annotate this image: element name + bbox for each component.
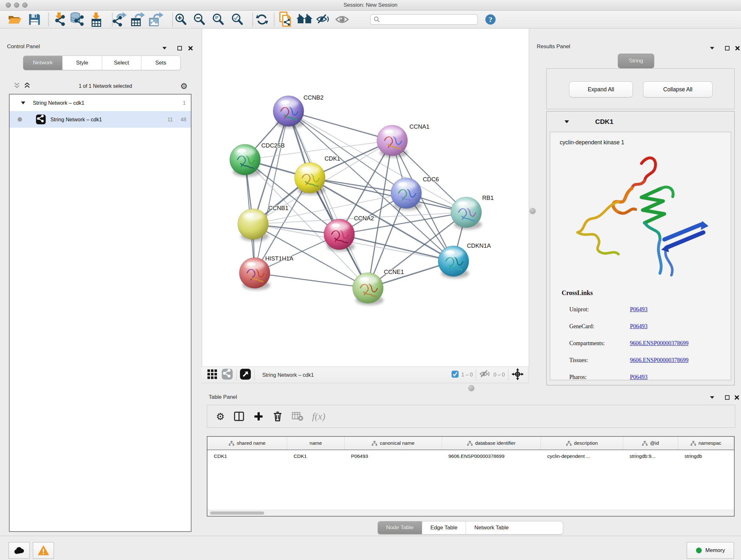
network-node-cdkn1a[interactable] — [438, 246, 469, 278]
network-edge[interactable] — [255, 111, 288, 273]
node-table[interactable]: shared namenamecanonical namedatabase id… — [207, 436, 735, 516]
network-options-gear-icon[interactable]: ⚙ — [180, 81, 188, 91]
crosslink-link[interactable]: 9606.ENSP00000378699 — [630, 340, 689, 347]
crosslink-link[interactable]: 9606.ENSP00000378699 — [630, 357, 689, 364]
first-neighbors-button[interactable] — [296, 13, 313, 26]
panel-menu-button[interactable] — [708, 44, 716, 52]
export-table-button[interactable] — [130, 12, 145, 27]
crosslink-link[interactable]: P06493 — [630, 306, 648, 313]
network-node-ccne1[interactable] — [353, 273, 384, 305]
help-button[interactable]: ? — [484, 13, 496, 25]
crosslink-link[interactable]: P06493 — [630, 323, 648, 330]
memory-status-button[interactable]: Memory — [687, 542, 734, 559]
tab-edge-table[interactable]: Edge Table — [422, 521, 466, 534]
horizontal-splitter-handle[interactable] — [468, 385, 475, 391]
column-header-shared-name[interactable]: shared name — [207, 437, 287, 449]
search-input[interactable] — [382, 17, 477, 23]
column-header-database-identifier[interactable]: database identifier — [442, 437, 541, 449]
network-node-ccnb2[interactable] — [273, 96, 304, 128]
network-node-ccna1[interactable] — [377, 125, 408, 158]
panel-menu-button[interactable] — [160, 44, 169, 52]
function-builder-button[interactable]: f(x) — [312, 411, 326, 422]
table-cell[interactable]: 9606.ENSP00000378699 — [442, 453, 541, 459]
selected-checkbox[interactable] — [451, 370, 459, 379]
column-header-canonical-name[interactable]: canonical name — [345, 437, 442, 449]
collapse-all-networks-button[interactable] — [13, 82, 20, 90]
network-edge[interactable] — [339, 234, 454, 261]
hide-graphics-details-button[interactable]: #toolbar .slash{stroke:#7fa8c6;fill:none… — [316, 13, 330, 25]
show-graphics-details-button[interactable] — [335, 14, 349, 25]
column-header-namespac[interactable]: namespac — [678, 437, 734, 449]
column-header-name[interactable]: name — [287, 437, 345, 449]
table-row[interactable]: CDK1CDK1P064939606.ENSP00000378699cyclin… — [207, 450, 734, 462]
panel-float-button[interactable] — [723, 44, 731, 52]
hidden-elements-button[interactable] — [479, 369, 491, 380]
network-edge[interactable] — [288, 111, 466, 212]
network-edge[interactable] — [255, 273, 368, 288]
panel-close-button[interactable] — [186, 44, 195, 52]
panel-close-button[interactable] — [733, 393, 741, 401]
expand-all-button[interactable]: Expand All — [569, 81, 633, 98]
table-cell[interactable]: P06493 — [345, 453, 442, 459]
column-header--id[interactable]: @id — [623, 437, 678, 449]
create-column-button[interactable] — [253, 411, 264, 422]
network-badge-button[interactable] — [221, 368, 233, 381]
import-network-from-database-button[interactable] — [70, 12, 85, 27]
import-network-from-file-button[interactable] — [52, 12, 67, 27]
expand-all-networks-button[interactable] — [23, 82, 30, 90]
tab-network-table[interactable]: Network Table — [466, 521, 517, 534]
table-horizontal-scrollbar[interactable] — [207, 510, 734, 516]
network-node-cdk1[interactable] — [294, 163, 326, 195]
tree-expander-icon[interactable] — [21, 102, 25, 105]
grid-view-button[interactable] — [207, 369, 218, 381]
table-cell[interactable]: cyclin-dependent ... — [541, 453, 623, 459]
network-node-hist1h1a[interactable] — [239, 258, 270, 290]
network-node-ccnb1[interactable] — [238, 209, 269, 241]
show-columns-button[interactable] — [233, 411, 245, 422]
tab-network[interactable]: Network — [23, 56, 63, 70]
table-options-gear-icon[interactable]: ⚙ — [216, 411, 225, 422]
table-cell[interactable]: CDK1 — [287, 453, 345, 459]
delete-table-button[interactable] — [292, 411, 303, 422]
zoom-in-button[interactable] — [175, 13, 188, 26]
export-network-button[interactable] — [112, 12, 127, 27]
network-node-rb1[interactable] — [451, 197, 482, 230]
network-collection-row[interactable]: String Network – cdk1 1 — [10, 95, 191, 111]
tab-node-table[interactable]: Node Table — [378, 521, 422, 534]
network-node-cdc6[interactable] — [391, 178, 422, 210]
save-session-button[interactable] — [28, 13, 41, 26]
open-in-window-button[interactable] — [240, 368, 251, 381]
table-cell[interactable]: stringdb:9... — [623, 453, 678, 459]
delete-column-button[interactable] — [273, 411, 283, 422]
scrollbar-thumb[interactable] — [210, 511, 264, 515]
panel-float-button[interactable] — [723, 393, 731, 401]
network-row[interactable]: String Network – cdk1 11 48 — [10, 111, 191, 128]
birds-eye-view-button[interactable] — [512, 368, 524, 381]
tab-style[interactable]: Style — [63, 56, 102, 70]
zoom-out-button[interactable] — [193, 13, 206, 26]
tab-string[interactable]: String — [618, 54, 654, 68]
network-edge[interactable] — [310, 178, 466, 212]
open-session-button[interactable] — [7, 13, 22, 26]
network-node-ccna2[interactable] — [324, 219, 355, 252]
clone-network-button[interactable] — [279, 11, 293, 27]
table-cell[interactable]: CDK1 — [207, 453, 287, 459]
crosslink-link[interactable]: P06493 — [630, 374, 648, 381]
network-canvas[interactable]: CCNB2CCNA1CDC25BCDK1CDC6RB1CCNB1CCNA2CDK… — [202, 29, 529, 367]
section-expander-icon[interactable] — [564, 120, 569, 123]
cloud-status-button[interactable] — [9, 542, 30, 559]
search-field[interactable] — [370, 14, 478, 24]
import-table-from-file-button[interactable] — [90, 12, 103, 27]
network-edge[interactable] — [288, 111, 368, 288]
collapse-all-button[interactable]: Collapse All — [643, 81, 713, 98]
panel-close-button[interactable] — [733, 44, 741, 52]
warning-status-button[interactable] — [33, 542, 54, 559]
network-node-cdc25b[interactable] — [230, 144, 261, 177]
refresh-view-button[interactable] — [255, 13, 269, 26]
tab-sets[interactable]: Sets — [141, 56, 180, 70]
panel-float-button[interactable] — [176, 44, 184, 52]
column-header-description[interactable]: description — [541, 437, 623, 449]
table-cell[interactable]: stringdb — [678, 453, 734, 459]
panel-menu-button[interactable] — [708, 393, 716, 401]
zoom-selected-button[interactable] — [231, 13, 244, 26]
